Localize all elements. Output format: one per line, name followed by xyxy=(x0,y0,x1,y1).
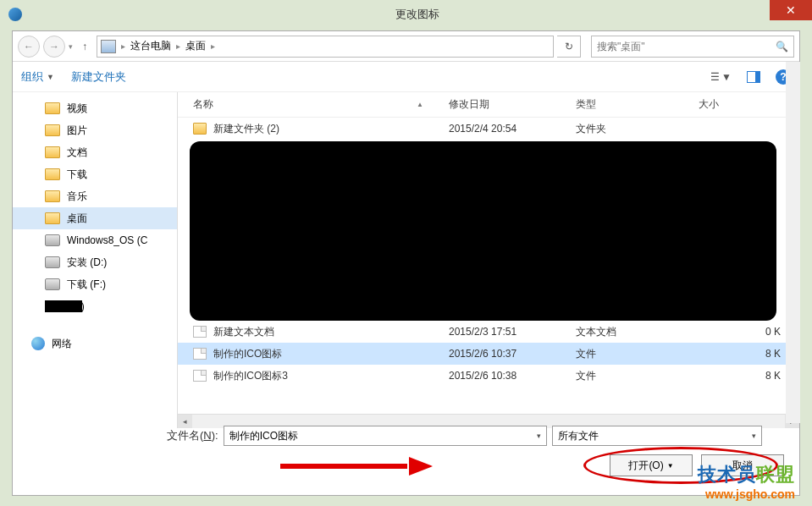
chevron-right-icon: ▸ xyxy=(121,41,125,51)
redacted-label xyxy=(45,300,82,312)
file-size: 8 K xyxy=(699,370,799,382)
search-icon[interactable]: 🔍 xyxy=(776,41,788,52)
file-row[interactable]: 新建文件夹 (2)2015/2/4 20:54文件夹 xyxy=(178,118,799,140)
network-icon xyxy=(31,337,45,350)
chevron-right-icon: ▸ xyxy=(176,41,180,51)
drive-icon xyxy=(45,234,60,246)
sidebar-item-label: 图片 xyxy=(67,124,87,138)
new-folder-button[interactable]: 新建文件夹 xyxy=(71,69,126,85)
sidebar-item-label: 视频 xyxy=(67,102,87,116)
sidebar-item[interactable]: 下载 (F:) xyxy=(13,273,177,295)
column-headers: 名称▲ 修改日期 类型 大小 xyxy=(178,92,799,118)
sidebar-item[interactable]: 图片 xyxy=(13,119,177,141)
chevron-right-icon: ▸ xyxy=(211,41,215,51)
file-date: 2015/2/6 10:38 xyxy=(449,370,576,382)
file-type: 文件 xyxy=(576,347,699,361)
sidebar-item[interactable]: 音乐 xyxy=(13,185,177,207)
forward-button[interactable]: → xyxy=(43,36,65,58)
file-list-pane: 名称▲ 修改日期 类型 大小 新建文件夹 (2)2015/2/4 20:54文件… xyxy=(178,92,799,428)
folder-icon xyxy=(45,102,60,114)
chevron-down-icon[interactable]: ▾ xyxy=(537,432,541,440)
sort-indicator-icon: ▲ xyxy=(417,101,423,108)
sidebar-item-label: 下载 (F:) xyxy=(67,278,106,292)
chevron-down-icon: ▼ xyxy=(47,73,54,81)
sidebar-item-network[interactable]: 网络 xyxy=(13,333,177,355)
address-bar[interactable]: ▸ 这台电脑 ▸ 桌面 ▸ xyxy=(97,36,554,58)
sidebar-item-label: 音乐 xyxy=(67,190,87,204)
folder-icon xyxy=(45,124,60,136)
filename-input[interactable]: 制作的ICO图标 ▾ xyxy=(224,426,547,446)
file-row[interactable]: 制作的ICO图标2015/2/6 10:37文件8 K xyxy=(178,343,799,365)
title-bar: 更改图标 ✕ xyxy=(0,0,812,29)
breadcrumb-root[interactable]: 这台电脑 xyxy=(130,39,171,53)
redacted-region xyxy=(190,141,776,321)
file-size: 8 K xyxy=(699,348,799,360)
bottom-panel: 文件名(N): 制作的ICO图标 ▾ 所有文件 ▾ 打开(O) ▼ 取消 xyxy=(25,426,787,476)
file-row[interactable]: 制作的ICO图标32015/2/6 10:38文件8 K xyxy=(178,365,799,387)
col-name[interactable]: 名称▲ xyxy=(178,97,449,112)
toolbar: 组织 ▼ 新建文件夹 ☰ ▼ ? xyxy=(13,62,799,92)
nav-bar: ← → ▾ ↑ ▸ 这台电脑 ▸ 桌面 ▸ ↻ 🔍 xyxy=(13,31,799,62)
refresh-button[interactable]: ↻ xyxy=(557,36,581,58)
sidebar-item-label: 下载 xyxy=(67,168,87,182)
chevron-down-icon[interactable]: ▾ xyxy=(752,432,756,440)
breadcrumb-leaf[interactable]: 桌面 xyxy=(185,39,206,53)
list-view-icon: ☰ xyxy=(710,71,720,83)
file-name: 制作的ICO图标3 xyxy=(213,369,288,383)
drive-icon xyxy=(45,256,60,268)
preview-pane-button[interactable] xyxy=(747,71,760,83)
sidebar-item[interactable]: 桌面 xyxy=(13,207,177,229)
back-button[interactable]: ← xyxy=(18,36,40,58)
drive-icon xyxy=(45,278,60,290)
annotation-arrow xyxy=(280,461,433,470)
folder-icon xyxy=(45,212,60,224)
sidebar-item[interactable]: (G:) xyxy=(13,295,177,317)
organize-menu[interactable]: 组织 ▼ xyxy=(21,69,54,85)
search-input[interactable] xyxy=(597,41,776,52)
sidebar: 视频图片文档下载音乐桌面Windows8_OS (C安装 (D:)下载 (F:)… xyxy=(13,92,178,428)
file-name: 制作的ICO图标 xyxy=(213,347,282,361)
sidebar-item[interactable]: 下载 xyxy=(13,163,177,185)
file-row[interactable]: 新建文本文档2015/2/3 17:51文本文档0 K xyxy=(178,321,799,343)
folder-icon xyxy=(45,168,60,180)
col-date[interactable]: 修改日期 xyxy=(449,97,576,112)
sidebar-item-label: 网络 xyxy=(52,337,72,351)
pc-icon xyxy=(101,40,116,53)
sidebar-item-label: 文档 xyxy=(67,146,87,160)
open-button[interactable]: 打开(O) ▼ xyxy=(610,454,693,476)
file-name: 新建文件夹 (2) xyxy=(213,122,279,136)
sidebar-item[interactable]: 视频 xyxy=(13,97,177,119)
file-date: 2015/2/3 17:51 xyxy=(449,326,576,338)
app-icon xyxy=(8,8,22,21)
file-type: 文本文档 xyxy=(576,325,699,339)
file-icon xyxy=(193,326,207,338)
vertical-scrollbar[interactable] xyxy=(786,62,800,423)
sidebar-item-label: 安装 (D:) xyxy=(67,256,107,270)
sidebar-item[interactable]: Windows8_OS (C xyxy=(13,229,177,251)
filename-label: 文件名(N): xyxy=(167,428,218,443)
cancel-button[interactable]: 取消 xyxy=(701,454,784,476)
sidebar-item[interactable]: 安装 (D:) xyxy=(13,251,177,273)
content-area: 视频图片文档下载音乐桌面Windows8_OS (C安装 (D:)下载 (F:)… xyxy=(13,92,799,428)
file-name: 新建文本文档 xyxy=(213,325,274,339)
sidebar-item-label: Windows8_OS (C xyxy=(67,234,147,246)
sidebar-item-label: 桌面 xyxy=(67,212,87,226)
col-size[interactable]: 大小 xyxy=(699,97,799,112)
folder-icon xyxy=(45,190,60,202)
folder-icon xyxy=(45,146,60,158)
close-button[interactable]: ✕ xyxy=(770,0,812,20)
view-menu[interactable]: ☰ ▼ xyxy=(710,71,732,83)
filetype-filter[interactable]: 所有文件 ▾ xyxy=(552,426,762,446)
file-icon xyxy=(193,370,207,382)
chevron-down-icon: ▼ xyxy=(721,71,732,83)
search-box[interactable]: 🔍 xyxy=(591,36,794,58)
up-button[interactable]: ↑ xyxy=(76,38,93,55)
folder-icon xyxy=(193,123,207,135)
sidebar-item[interactable]: 文档 xyxy=(13,141,177,163)
col-type[interactable]: 类型 xyxy=(576,97,699,112)
file-type: 文件 xyxy=(576,369,699,383)
dialog-body: ← → ▾ ↑ ▸ 这台电脑 ▸ 桌面 ▸ ↻ 🔍 组织 ▼ 新建文件夹 ☰ ▼ xyxy=(12,30,800,496)
window-title: 更改图标 xyxy=(22,7,812,22)
recent-dropdown-icon[interactable]: ▾ xyxy=(69,42,73,51)
file-date: 2015/2/6 10:37 xyxy=(449,348,576,360)
